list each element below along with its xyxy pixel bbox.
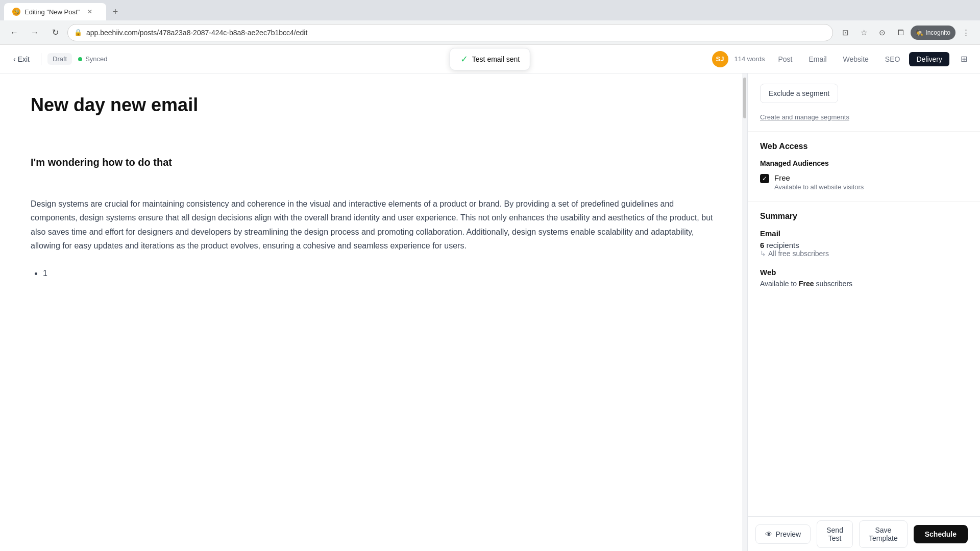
web-access-section: Web Access Managed Audiences ✓ Free Avai… xyxy=(748,132,980,202)
free-checkbox[interactable]: ✓ xyxy=(760,174,769,183)
synced-dot xyxy=(78,57,82,61)
preview-button[interactable]: 👁 Preview xyxy=(755,524,811,544)
post-title[interactable]: New day new email xyxy=(31,94,717,116)
web-access-title: Web Access xyxy=(760,142,968,151)
managed-audiences-label: Managed Audiences xyxy=(760,159,968,167)
nav-bar: ← → ↻ 🔒 app.beehiiv.com/posts/478a23a8-2… xyxy=(0,20,980,45)
tab-delivery[interactable]: Delivery xyxy=(909,52,949,66)
cast-icon[interactable]: ⊡ xyxy=(837,24,853,41)
tab-title: Editing "New Post" xyxy=(24,8,80,16)
active-tab[interactable]: 🐝 Editing "New Post" ✕ xyxy=(4,3,106,20)
exit-button[interactable]: ‹ Exit xyxy=(8,52,35,66)
check-icon: ✓ xyxy=(762,175,767,182)
web-summary-group: Web Available to Free subscribers xyxy=(760,268,968,288)
all-free-subscribers-detail: ↳ All free subscribers xyxy=(760,249,968,258)
email-summary-title: Email xyxy=(760,229,968,238)
refresh-button[interactable]: ↻ xyxy=(47,24,63,41)
expand-icon[interactable]: ⊞ xyxy=(955,51,972,67)
nav-tabs: Post Email Website SEO Delivery xyxy=(771,52,949,66)
tab-seo[interactable]: SEO xyxy=(878,52,908,66)
toolbar-divider xyxy=(41,53,41,65)
word-count: 114 words xyxy=(734,55,765,63)
post-subtitle[interactable]: I'm wondering how to do that xyxy=(31,157,717,168)
free-checkbox-row: ✓ Free Available to all website visitors xyxy=(760,173,968,191)
all-free-subscribers-text: All free subscribers xyxy=(768,249,829,258)
segment-section: Exclude a segment Create and manage segm… xyxy=(748,73,980,132)
web-summary-detail: Available to Free subscribers xyxy=(760,280,968,288)
test-sent-toast: ✓ Test email sent xyxy=(450,48,530,70)
draft-badge[interactable]: Draft xyxy=(47,53,72,65)
summary-section: Summary Email 6 recipients ↳ All free su… xyxy=(748,202,980,516)
main-content: New day new email I'm wondering how to d… xyxy=(0,73,980,551)
incognito-icon: 🕵 xyxy=(916,29,923,36)
eye-icon: 👁 xyxy=(765,530,772,538)
exclude-segment-button[interactable]: Exclude a segment xyxy=(760,84,838,103)
address-bar[interactable]: 🔒 app.beehiiv.com/posts/478a23a8-2087-42… xyxy=(67,24,833,41)
bookmark-icon[interactable]: ☆ xyxy=(855,24,872,41)
email-summary-group: Email 6 recipients ↳ All free subscriber… xyxy=(760,229,968,258)
toast-text: Test email sent xyxy=(472,55,520,63)
new-tab-button[interactable]: + xyxy=(108,5,122,19)
send-test-button[interactable]: Send Test xyxy=(817,520,853,548)
check-icon: ✓ xyxy=(460,54,468,65)
post-body[interactable]: Design systems are crucial for maintaini… xyxy=(31,197,717,253)
editor-content: New day new email I'm wondering how to d… xyxy=(0,73,747,400)
extensions-icon[interactable]: ⧠ xyxy=(892,24,909,41)
free-checkbox-content: Free Available to all website visitors xyxy=(774,173,864,191)
summary-title: Summary xyxy=(760,212,968,221)
synced-badge: Synced xyxy=(78,55,107,63)
chevron-left-icon: ‹ xyxy=(13,55,16,63)
tab-close-button[interactable]: ✕ xyxy=(86,8,94,16)
indent-arrow-icon: ↳ xyxy=(760,249,766,258)
bottom-bar: 👁 Preview Send Test Save Template Schedu… xyxy=(748,516,980,551)
toolbar: ‹ Exit Draft Synced ✓ Test email sent SJ… xyxy=(0,45,980,73)
profile-icon[interactable]: ⊙ xyxy=(874,24,890,41)
avatar[interactable]: SJ xyxy=(712,51,728,67)
nav-actions: ⊡ ☆ ⊙ ⧠ 🕵 Incognito ⋮ xyxy=(837,24,974,41)
save-template-button[interactable]: Save Template xyxy=(859,520,908,548)
free-label: Free xyxy=(774,173,864,182)
web-summary-title: Web xyxy=(760,268,968,277)
forward-button[interactable]: → xyxy=(27,24,43,41)
incognito-button[interactable]: 🕵 Incognito xyxy=(911,26,955,40)
tab-favicon: 🐝 xyxy=(12,8,20,16)
tab-bar: 🐝 Editing "New Post" ✕ + xyxy=(0,0,980,20)
manage-segments-link[interactable]: Create and manage segments xyxy=(760,113,968,121)
list-item[interactable]: 1 xyxy=(43,269,717,278)
synced-label: Synced xyxy=(85,55,107,63)
scrollbar-thumb[interactable] xyxy=(743,78,746,118)
tab-website[interactable]: Website xyxy=(836,52,876,66)
app: ‹ Exit Draft Synced ✓ Test email sent SJ… xyxy=(0,45,980,551)
tab-email[interactable]: Email xyxy=(802,52,834,66)
exit-label: Exit xyxy=(18,55,30,63)
lock-icon: 🔒 xyxy=(74,29,82,36)
scrollbar[interactable] xyxy=(742,73,747,551)
editor-scroll[interactable]: New day new email I'm wondering how to d… xyxy=(0,73,747,551)
schedule-button[interactable]: Schedule xyxy=(914,525,968,543)
menu-icon[interactable]: ⋮ xyxy=(958,24,974,41)
back-button[interactable]: ← xyxy=(6,24,22,41)
incognito-label: Incognito xyxy=(925,29,950,36)
preview-label: Preview xyxy=(775,530,801,538)
right-panel: Exclude a segment Create and manage segm… xyxy=(747,73,980,551)
url-text: app.beehiiv.com/posts/478a23a8-2087-424c… xyxy=(86,29,307,37)
free-sublabel: Available to all website visitors xyxy=(774,183,864,191)
tab-post[interactable]: Post xyxy=(771,52,799,66)
recipients-count: 6 recipients xyxy=(760,241,968,249)
post-list: 1 xyxy=(43,269,717,278)
